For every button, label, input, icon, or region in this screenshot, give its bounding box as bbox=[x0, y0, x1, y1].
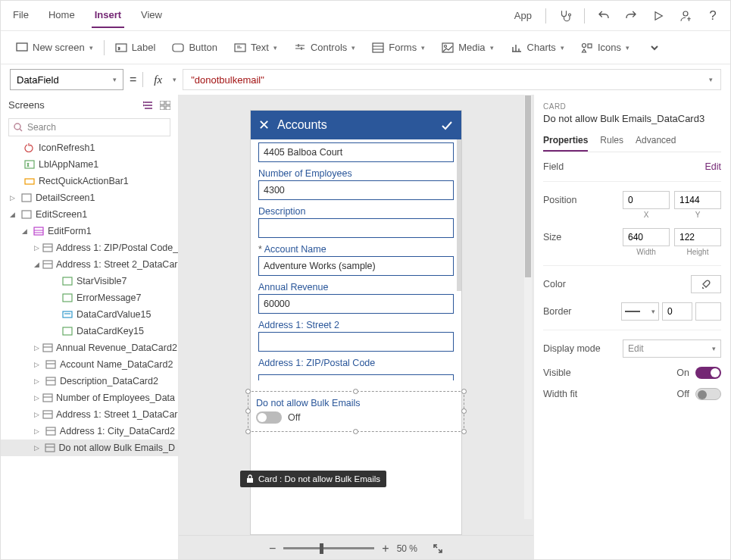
tree-item-errormessage[interactable]: ErrorMessage7 bbox=[1, 289, 178, 306]
tree-item-starvisible[interactable]: StarVisible7 bbox=[1, 273, 178, 289]
tab-advanced[interactable]: Advanced bbox=[636, 130, 676, 152]
redo-icon[interactable] bbox=[623, 8, 639, 24]
chevron-down-icon[interactable]: ▾ bbox=[173, 76, 177, 83]
tree-item-accountname[interactable]: ▷Account Name_DataCard2 bbox=[1, 356, 178, 373]
tree-item-zip[interactable]: ▷Address 1: ZIP/Postal Code_ bbox=[1, 239, 178, 256]
svg-rect-2 bbox=[17, 43, 27, 51]
tree-item-annualrevenue[interactable]: ▷Annual Revenue_DataCard2 bbox=[1, 339, 178, 356]
undo-icon[interactable] bbox=[595, 8, 612, 24]
charts-button[interactable]: Charts ▾ bbox=[505, 37, 570, 58]
help-icon[interactable]: ? bbox=[704, 8, 721, 24]
menu-insert[interactable]: Insert bbox=[92, 3, 124, 28]
edit-field-link[interactable]: Edit bbox=[704, 161, 721, 172]
menu-view[interactable]: View bbox=[138, 3, 165, 28]
desc-input[interactable] bbox=[258, 218, 454, 238]
visible-toggle[interactable] bbox=[695, 367, 721, 379]
chevron-down-icon: ▾ bbox=[113, 76, 117, 83]
zoom-in-button[interactable]: + bbox=[382, 542, 389, 555]
menu-home[interactable]: Home bbox=[45, 3, 78, 28]
tree-item-city[interactable]: ▷Address 1: City_DataCard2 bbox=[1, 423, 178, 440]
phone-scrollbar[interactable] bbox=[457, 139, 461, 291]
widthfit-label: Width fit bbox=[543, 389, 577, 399]
fx-icon[interactable]: fx bbox=[149, 74, 167, 86]
zoom-percent: 50 % bbox=[397, 543, 417, 554]
text-button[interactable]: Text ▾ bbox=[228, 37, 283, 58]
zoom-slider[interactable] bbox=[283, 547, 374, 549]
border-color-swatch[interactable] bbox=[695, 302, 721, 321]
button-button[interactable]: Button bbox=[166, 37, 223, 58]
menu-file[interactable]: File bbox=[10, 3, 32, 28]
search-input[interactable]: Search bbox=[8, 118, 170, 136]
forms-button[interactable]: Forms ▾ bbox=[366, 37, 431, 58]
tree-item-datacardkey[interactable]: DataCardKey15 bbox=[1, 323, 178, 339]
icons-button[interactable]: Icons ▾ bbox=[575, 37, 636, 58]
tree-item-street1[interactable]: ▷Address 1: Street 1_DataCar bbox=[1, 406, 178, 423]
more-chevron-icon[interactable] bbox=[646, 39, 663, 56]
new-screen-button[interactable]: New screen ▾ bbox=[10, 37, 99, 58]
toggle-text: Off bbox=[288, 412, 300, 423]
tree-item-numberemployees[interactable]: ▷Number of Employees_Data bbox=[1, 389, 178, 406]
tab-rules[interactable]: Rules bbox=[600, 130, 623, 152]
tree-item-rectquickactionbar[interactable]: RectQuickActionBar1 bbox=[1, 173, 178, 189]
zip-input[interactable] bbox=[258, 374, 454, 380]
tree-item-street2[interactable]: ◢Address 1: Street 2_DataCar bbox=[1, 256, 178, 273]
button-icon bbox=[172, 42, 184, 54]
selected-card[interactable]: Do not allow Bulk Emails Off bbox=[248, 391, 464, 432]
formula-input[interactable]: "donotbulkemail" ▾ bbox=[183, 69, 721, 90]
color-swatch[interactable] bbox=[691, 275, 721, 293]
svg-rect-35 bbox=[45, 444, 55, 452]
svg-point-9 bbox=[582, 43, 586, 47]
stethoscope-icon[interactable] bbox=[557, 8, 573, 24]
tree-item-detailscreen[interactable]: ▷DetailScreen1 bbox=[1, 189, 178, 206]
canvas-panel: ✕ Accounts Number of Employees Descripti… bbox=[179, 95, 533, 560]
address1-input[interactable] bbox=[258, 142, 454, 162]
svg-rect-30 bbox=[46, 361, 55, 368]
border-style-select[interactable]: ▾ bbox=[621, 302, 659, 321]
menu-app[interactable]: App bbox=[511, 4, 535, 27]
donot-toggle[interactable]: Off bbox=[256, 411, 456, 424]
accountname-input[interactable] bbox=[258, 256, 454, 276]
pos-x-input[interactable] bbox=[623, 191, 670, 209]
widthfit-text: Off bbox=[677, 389, 689, 399]
tree-grid-icon[interactable] bbox=[160, 101, 170, 110]
tree-item-donotallow[interactable]: ▷Do not allow Bulk Emails_D bbox=[1, 440, 178, 456]
text-label: Text bbox=[251, 42, 269, 53]
tree-item-editscreen[interactable]: ◢EditScreen1 bbox=[1, 206, 178, 223]
canvas-scrollbar[interactable] bbox=[524, 95, 532, 519]
zip-label: Address 1: ZIP/Postal Code bbox=[258, 358, 454, 368]
pos-y-input[interactable] bbox=[674, 191, 721, 209]
tree-item-description[interactable]: ▷Description_DataCard2 bbox=[1, 373, 178, 389]
width-input[interactable] bbox=[623, 228, 670, 246]
tree-list-icon[interactable] bbox=[143, 101, 154, 110]
zoom-out-button[interactable]: − bbox=[269, 542, 276, 555]
zoom-bar: − + 50 % bbox=[179, 535, 533, 560]
numemp-input[interactable] bbox=[258, 180, 454, 200]
border-width-input[interactable] bbox=[662, 302, 692, 321]
play-icon[interactable] bbox=[650, 8, 667, 24]
tree-item-iconrefresh[interactable]: IconRefresh1 bbox=[1, 139, 178, 156]
divider bbox=[584, 8, 585, 23]
height-input[interactable] bbox=[674, 228, 721, 246]
new-screen-label: New screen bbox=[33, 42, 85, 53]
tree-item-lblappname[interactable]: LblAppName1 bbox=[1, 156, 178, 173]
widthfit-toggle[interactable] bbox=[695, 388, 721, 400]
label-button[interactable]: Label bbox=[109, 37, 162, 58]
color-label: Color bbox=[543, 279, 566, 289]
fit-to-screen-icon[interactable] bbox=[433, 543, 443, 554]
close-icon[interactable]: ✕ bbox=[258, 117, 270, 133]
phone-preview[interactable]: ✕ Accounts Number of Employees Descripti… bbox=[250, 110, 462, 535]
x-caption: X bbox=[623, 211, 670, 219]
tree-item-datacardvalue[interactable]: DataCardValue15 bbox=[1, 306, 178, 323]
share-icon[interactable] bbox=[677, 8, 694, 24]
tab-properties[interactable]: Properties bbox=[543, 130, 588, 152]
displaymode-select[interactable]: Edit▾ bbox=[623, 339, 721, 358]
property-select[interactable]: DataField ▾ bbox=[10, 69, 123, 90]
tree-item-editform[interactable]: ◢EditForm1 bbox=[1, 223, 178, 239]
svg-rect-25 bbox=[63, 277, 72, 285]
height-caption: Height bbox=[674, 248, 721, 256]
annualrev-input[interactable] bbox=[258, 294, 454, 314]
street2-input[interactable] bbox=[258, 332, 454, 352]
check-icon[interactable] bbox=[440, 118, 454, 132]
media-button[interactable]: Media ▾ bbox=[436, 37, 499, 58]
controls-button[interactable]: Controls ▾ bbox=[288, 37, 361, 58]
